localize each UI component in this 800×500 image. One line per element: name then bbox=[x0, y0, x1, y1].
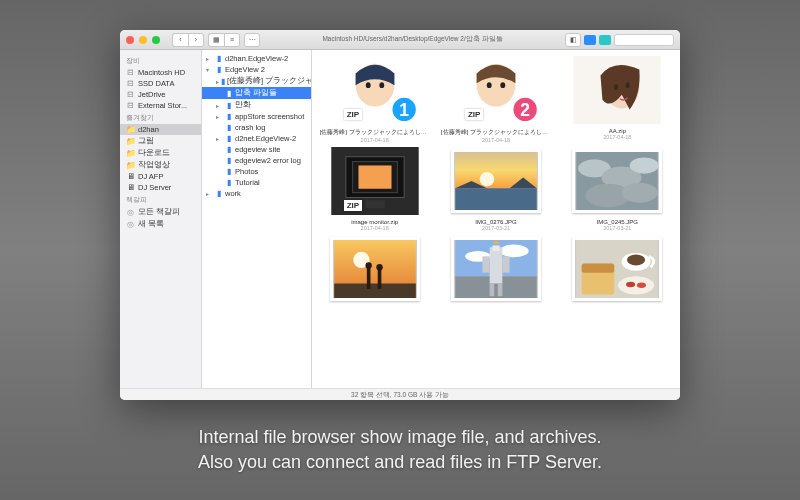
search-input[interactable] bbox=[614, 34, 674, 46]
svg-rect-37 bbox=[377, 269, 381, 289]
sidebar-item[interactable]: ⊟Macintosh HD bbox=[120, 67, 201, 78]
folder-icon: ▮ bbox=[224, 156, 233, 165]
thumbnail-cell[interactable] bbox=[439, 235, 552, 307]
tree-item-label: Tutorial bbox=[235, 178, 260, 187]
toolbar-pill[interactable] bbox=[599, 35, 611, 45]
view-list-button[interactable]: ≡ bbox=[224, 33, 240, 47]
tag-icon: ◎ bbox=[126, 220, 135, 229]
toolbar-pill[interactable] bbox=[584, 35, 596, 45]
tree-item-label: [佐藤秀峰] ブラックジャックによろしく bbox=[227, 76, 311, 86]
thumbnail-cell[interactable]: AA.zip2017-04-18 bbox=[561, 56, 674, 143]
svg-rect-52 bbox=[582, 264, 615, 273]
tree-item-label: work bbox=[225, 189, 241, 198]
disclosure-icon[interactable]: ▸ bbox=[206, 55, 212, 62]
disclosure-icon[interactable]: ▸ bbox=[216, 135, 222, 142]
svg-text:2: 2 bbox=[520, 100, 530, 120]
thumbnail-image bbox=[451, 147, 541, 215]
toolbar-button[interactable]: ⋯ bbox=[244, 33, 260, 47]
close-icon[interactable] bbox=[126, 36, 134, 44]
tree-item[interactable]: ▸▮[佐藤秀峰] ブラックジャックによろしく bbox=[202, 75, 311, 87]
thumbnail-cell[interactable]: IMG_0276.JPG2017-03-21 bbox=[439, 147, 552, 231]
tree-item[interactable]: ▸▮appStore screenshot bbox=[202, 111, 311, 122]
svg-point-38 bbox=[376, 264, 382, 270]
svg-point-36 bbox=[365, 262, 371, 268]
svg-rect-44 bbox=[492, 245, 499, 250]
svg-rect-49 bbox=[498, 284, 503, 297]
tree-item[interactable]: ▸▮d2han.EdgeView-2 bbox=[202, 53, 311, 64]
disclosure-icon[interactable]: ▸ bbox=[206, 190, 212, 197]
tree-item[interactable]: ▸▮d2net.EdgeView-2 bbox=[202, 133, 311, 144]
svg-point-29 bbox=[630, 157, 659, 173]
forward-button[interactable]: › bbox=[188, 33, 204, 47]
svg-point-2 bbox=[365, 82, 370, 88]
back-button[interactable]: ‹ bbox=[172, 33, 188, 47]
tree-item[interactable]: ▮edgeview site bbox=[202, 144, 311, 155]
tree-item[interactable]: ▮Tutorial bbox=[202, 177, 311, 188]
tree-item[interactable]: ▸▮work bbox=[202, 188, 311, 199]
disclosure-icon[interactable]: ▸ bbox=[216, 78, 219, 85]
view-mode-segment: ▦ ≡ bbox=[208, 33, 240, 47]
sidebar-item[interactable]: ◎모든 책갈피 bbox=[120, 206, 201, 218]
svg-point-56 bbox=[626, 282, 635, 287]
tree-item[interactable]: ▸▮만화 bbox=[202, 99, 311, 111]
thumbnail-cell[interactable]: ZIPimage monitor.zip2017-04-18 bbox=[318, 147, 431, 231]
svg-point-54 bbox=[627, 255, 645, 266]
zip-badge: ZIP bbox=[465, 109, 483, 120]
tree-item[interactable]: ▮Photos bbox=[202, 166, 311, 177]
thumbnail-cell[interactable]: 2ZIP[佐藤秀峰] ブラックジャックによろしく 02.zip2017-04-1… bbox=[439, 56, 552, 143]
thumbnail-cell[interactable]: 1ZIP[佐藤秀峰] ブラックジャックによろしく 01.zip2017-04-1… bbox=[318, 56, 431, 143]
sidebar-item-label: 그림 bbox=[138, 136, 154, 146]
sidebar-item[interactable]: ⊟SSD DATA bbox=[120, 78, 201, 89]
sidebar-item[interactable]: 📁d2han bbox=[120, 124, 201, 135]
tree-item-label: 만화 bbox=[235, 100, 251, 110]
sidebar-item[interactable]: 📁작업영상 bbox=[120, 159, 201, 171]
thumbnail-cell[interactable] bbox=[318, 235, 431, 307]
folder-icon: 📁 bbox=[126, 149, 135, 158]
disk-icon: ⊟ bbox=[126, 101, 135, 110]
folder-icon: 📁 bbox=[126, 161, 135, 170]
sidebar-item[interactable]: 🖥DJ AFP bbox=[120, 171, 201, 182]
sidebar-item-label: SSD DATA bbox=[138, 79, 174, 88]
folder-icon: ▮ bbox=[224, 89, 233, 98]
disclosure-icon[interactable]: ▸ bbox=[216, 102, 222, 109]
sidebar-item-label: 새 목록 bbox=[138, 219, 164, 229]
disk-icon: ⊟ bbox=[126, 79, 135, 88]
view-grid-button[interactable]: ▦ bbox=[208, 33, 224, 47]
sidebar-item[interactable]: ◎새 목록 bbox=[120, 218, 201, 230]
svg-rect-20 bbox=[365, 200, 384, 208]
disclosure-icon[interactable]: ▸ bbox=[216, 113, 222, 120]
window-controls bbox=[126, 36, 160, 44]
svg-rect-47 bbox=[502, 256, 509, 272]
folder-icon: ▮ bbox=[221, 77, 225, 86]
minimize-icon[interactable] bbox=[139, 36, 147, 44]
tree-item[interactable]: ▮압축 파일들 bbox=[202, 87, 311, 99]
thumbnail-cell[interactable]: IMG_0245.JPG2017-03-21 bbox=[561, 147, 674, 231]
sidebar-item[interactable]: 📁다운로드 bbox=[120, 147, 201, 159]
svg-rect-48 bbox=[490, 284, 495, 297]
sidebar-item-label: DJ AFP bbox=[138, 172, 163, 181]
sidebar-section-header: 책갈피 bbox=[120, 193, 201, 206]
tree-item[interactable]: ▮edgeview2 error log bbox=[202, 155, 311, 166]
folder-icon: ▮ bbox=[224, 101, 233, 110]
toolbar-button[interactable]: ◧ bbox=[565, 33, 581, 47]
svg-point-14 bbox=[614, 84, 618, 90]
disclosure-icon[interactable]: ▾ bbox=[206, 66, 212, 73]
folder-icon: ▮ bbox=[214, 189, 223, 198]
folder-icon: 📁 bbox=[126, 137, 135, 146]
folder-icon: ▮ bbox=[214, 65, 223, 74]
sidebar-item[interactable]: 🖥DJ Server bbox=[120, 182, 201, 193]
folder-icon: ▮ bbox=[214, 54, 223, 63]
tree-item-label: EdgeView 2 bbox=[225, 65, 265, 74]
sidebar-item[interactable]: ⊟JetDrive bbox=[120, 89, 201, 100]
tree-item[interactable]: ▮crash log bbox=[202, 122, 311, 133]
sidebar-item-label: Macintosh HD bbox=[138, 68, 185, 77]
sidebar-item[interactable]: ⊟External Stor... bbox=[120, 100, 201, 111]
sidebar-item-label: DJ Server bbox=[138, 183, 171, 192]
thumbnail-cell[interactable] bbox=[561, 235, 674, 307]
svg-point-55 bbox=[618, 276, 654, 294]
sidebar-item[interactable]: 📁그림 bbox=[120, 135, 201, 147]
net-icon: 🖥 bbox=[126, 172, 135, 181]
zoom-icon[interactable] bbox=[152, 36, 160, 44]
tree-item[interactable]: ▾▮EdgeView 2 bbox=[202, 64, 311, 75]
thumbnail-date: 2017-04-18 bbox=[361, 137, 389, 143]
